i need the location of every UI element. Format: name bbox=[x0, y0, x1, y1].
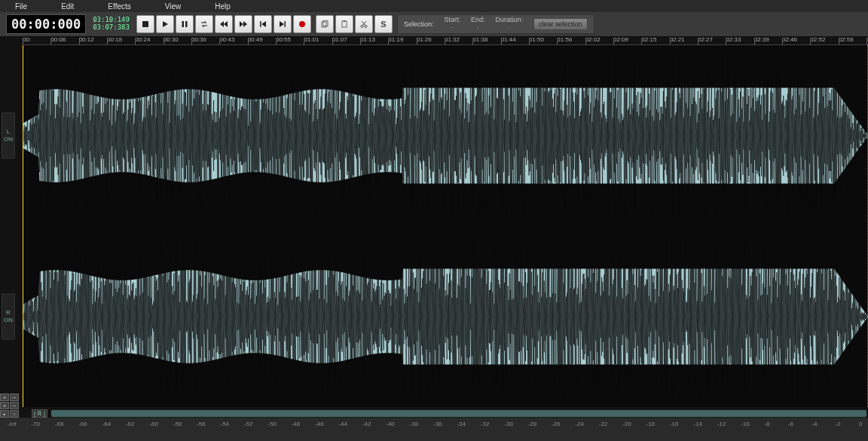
svg-rect-3 bbox=[185, 21, 188, 27]
menu-effects[interactable]: Effects bbox=[108, 2, 130, 11]
zoom-out-h[interactable]: − bbox=[10, 402, 19, 409]
svg-rect-0 bbox=[142, 21, 148, 27]
selection-panel: Selection: Start:- End:- Duration:- clea… bbox=[397, 14, 594, 34]
toolbar: 00:00:000 03:10:149 03:07:383 S Selectio… bbox=[0, 12, 868, 36]
channel-right[interactable]: R ON bbox=[23, 226, 868, 407]
svg-marker-9 bbox=[261, 21, 266, 27]
edit-group: S bbox=[316, 15, 393, 33]
rewind-button[interactable] bbox=[215, 15, 233, 33]
clear-selection-button[interactable]: clear selection bbox=[533, 18, 588, 30]
zoom-in-v[interactable]: + bbox=[0, 394, 9, 401]
record-button[interactable] bbox=[293, 15, 311, 33]
menu-bar: File Edit Effects View Help bbox=[0, 0, 868, 12]
svg-rect-2 bbox=[182, 21, 184, 27]
menu-file[interactable]: File bbox=[15, 2, 27, 11]
stop-button[interactable] bbox=[136, 15, 154, 33]
hl-badge[interactable]: [ ℝ ] bbox=[32, 409, 47, 418]
svg-point-12 bbox=[299, 21, 305, 27]
svg-rect-8 bbox=[260, 21, 261, 27]
skip-end-button[interactable] bbox=[274, 15, 292, 33]
svg-marker-1 bbox=[163, 21, 168, 27]
pause-button[interactable] bbox=[176, 15, 194, 33]
zoom-fit[interactable]: ▪ bbox=[0, 410, 9, 418]
menu-edit[interactable]: Edit bbox=[61, 2, 74, 11]
channel-left[interactable]: L ON bbox=[23, 45, 868, 226]
time-main: 00:00:000 bbox=[6, 14, 86, 34]
s-button[interactable]: S bbox=[374, 15, 393, 33]
skip-start-button[interactable] bbox=[254, 15, 272, 33]
channel-right-label[interactable]: R ON bbox=[2, 293, 15, 339]
zoom-sel[interactable]: ▫ bbox=[10, 410, 19, 418]
svg-marker-10 bbox=[280, 21, 284, 27]
playhead[interactable] bbox=[23, 45, 23, 407]
svg-rect-11 bbox=[284, 21, 286, 27]
menu-view[interactable]: View bbox=[165, 2, 182, 11]
menu-help[interactable]: Help bbox=[215, 2, 231, 11]
sel-duration: Duration:- bbox=[495, 17, 523, 32]
forward-button[interactable] bbox=[234, 15, 252, 33]
time-remaining: 03:07:383 bbox=[93, 24, 130, 32]
zoom-in-h[interactable]: + bbox=[0, 402, 9, 409]
editor-main: 00:00:0600:1200:1800:2400:3000:3600:4300… bbox=[0, 36, 868, 418]
db-ruler: -Inf-70-68-66-64-62-60-58-56-54-52-50-48… bbox=[8, 421, 868, 430]
loop-button[interactable] bbox=[195, 15, 213, 33]
paste-button[interactable] bbox=[335, 15, 353, 33]
h-scrollbar[interactable] bbox=[51, 409, 866, 418]
sel-end: End:- bbox=[471, 17, 485, 32]
zoom-out-v[interactable]: − bbox=[10, 394, 19, 401]
play-button[interactable] bbox=[156, 15, 174, 33]
svg-marker-6 bbox=[240, 21, 243, 27]
transport-group bbox=[136, 15, 311, 33]
svg-marker-4 bbox=[220, 21, 224, 27]
svg-marker-7 bbox=[243, 21, 247, 27]
zoom-controls: + − + − ▪ ▫ bbox=[0, 394, 23, 418]
cut-button[interactable] bbox=[355, 15, 373, 33]
waveform-area[interactable]: L ON R ON bbox=[23, 45, 868, 407]
copy-button[interactable] bbox=[316, 15, 334, 33]
time-secondary: 03:10:149 03:07:383 bbox=[90, 17, 132, 32]
h-scrollbar-thumb[interactable] bbox=[51, 410, 866, 417]
svg-rect-15 bbox=[342, 21, 347, 27]
svg-rect-16 bbox=[343, 20, 345, 22]
sel-start: Start:- bbox=[444, 17, 460, 32]
time-ruler[interactable]: 00:00:0600:1200:1800:2400:3000:3600:4300… bbox=[23, 36, 868, 45]
svg-marker-5 bbox=[224, 21, 228, 27]
channel-left-label[interactable]: L ON bbox=[2, 112, 15, 158]
selection-label: Selection: bbox=[404, 20, 434, 28]
